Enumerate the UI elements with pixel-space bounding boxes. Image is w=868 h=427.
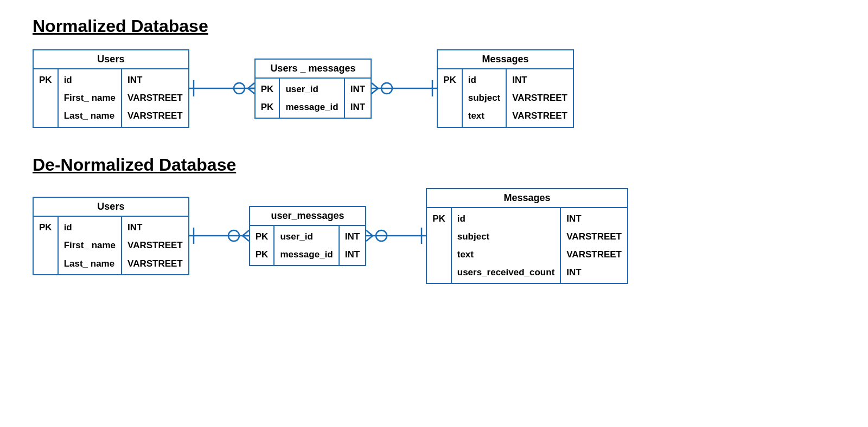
denormalized-messages-col-1: id subject text users_received_count bbox=[452, 208, 561, 283]
denormalized-junction-header: user_messages bbox=[250, 207, 365, 226]
denormalized-users-header: Users bbox=[34, 198, 188, 217]
denormalized-title: De-Normalized Database bbox=[33, 155, 846, 175]
normalized-junction-body: PK PK user_id message_id INT INT bbox=[256, 79, 371, 118]
normalized-users-body: PK id First_ name Last_ name INT VARSTRE… bbox=[34, 69, 188, 127]
connector-users-junction-denorm bbox=[189, 211, 249, 260]
denormalized-diagram: Users PK id First_ name Last_ name INT V… bbox=[33, 188, 846, 284]
denormalized-users-body: PK id First_ name Last_ name INT VARSTRE… bbox=[34, 217, 188, 274]
normalized-diagram: Users PK id First_ name Last_ name INT V… bbox=[33, 49, 846, 128]
denormalized-messages-body: PK id subject text users_received_count … bbox=[427, 208, 627, 283]
connector-junction-messages-norm bbox=[372, 64, 437, 113]
svg-line-8 bbox=[372, 88, 378, 94]
normalized-messages-col-0: PK bbox=[438, 69, 463, 127]
svg-line-15 bbox=[242, 236, 249, 241]
normalized-users-cell-pk: PK bbox=[39, 73, 52, 87]
denormalized-junction-table: user_messages PK PK user_id message_id I… bbox=[249, 206, 366, 266]
svg-line-18 bbox=[366, 230, 373, 236]
normalized-users-col-1: id First_ name Last_ name bbox=[59, 69, 122, 127]
normalized-junction-header: Users _ messages bbox=[256, 60, 371, 79]
svg-line-4 bbox=[248, 88, 254, 94]
denormalized-junction-col-0: PK PK bbox=[250, 226, 275, 265]
denormalized-messages-header: Messages bbox=[427, 189, 627, 208]
normalized-title: Normalized Database bbox=[33, 16, 846, 36]
denormalized-junction-col-2: INT INT bbox=[340, 226, 365, 265]
normalized-messages-body: PK id subject text INT VARSTREET VARSTRE… bbox=[438, 69, 573, 127]
normalized-messages-table: Messages PK id subject text INT VARSTREE… bbox=[437, 49, 574, 128]
svg-line-14 bbox=[242, 230, 249, 236]
denormalized-junction-col-1: user_id message_id bbox=[275, 226, 339, 265]
denormalized-users-col-0: PK bbox=[34, 217, 59, 274]
connector-users-junction-norm bbox=[189, 64, 254, 113]
denormalized-users-col-2: INT VARSTREET VARSTREET bbox=[122, 217, 188, 274]
svg-line-19 bbox=[366, 236, 373, 241]
normalized-messages-col-2: INT VARSTREET VARSTREET bbox=[507, 69, 573, 127]
normalized-section: Normalized Database Users PK id First_ n… bbox=[22, 16, 846, 128]
normalized-users-col-2: INT VARSTREET VARSTREET bbox=[122, 69, 188, 127]
connector-junction-messages-denorm bbox=[366, 211, 426, 260]
normalized-junction-table: Users _ messages PK PK user_id message_i… bbox=[254, 59, 372, 119]
denormalized-messages-col-0: PK bbox=[427, 208, 452, 283]
normalized-junction-col-1: user_id message_id bbox=[280, 79, 344, 118]
normalized-junction-col-0: PK PK bbox=[256, 79, 280, 118]
normalized-messages-col-1: id subject text bbox=[463, 69, 507, 127]
normalized-users-col-0: PK bbox=[34, 69, 59, 127]
svg-line-3 bbox=[248, 83, 254, 88]
svg-line-7 bbox=[372, 83, 378, 88]
denormalized-section: De-Normalized Database Users PK id First… bbox=[22, 155, 846, 284]
normalized-junction-col-2: INT INT bbox=[345, 79, 371, 118]
denormalized-junction-body: PK PK user_id message_id INT INT bbox=[250, 226, 365, 265]
denormalized-messages-col-2: INT VARSTREET VARSTREET INT bbox=[561, 208, 627, 283]
denormalized-users-table: Users PK id First_ name Last_ name INT V… bbox=[33, 197, 189, 275]
denormalized-messages-table: Messages PK id subject text users_receiv… bbox=[426, 188, 628, 284]
normalized-messages-header: Messages bbox=[438, 50, 573, 69]
normalized-users-header: Users bbox=[34, 50, 188, 69]
normalized-users-table: Users PK id First_ name Last_ name INT V… bbox=[33, 49, 189, 128]
denormalized-users-col-1: id First_ name Last_ name bbox=[59, 217, 122, 274]
